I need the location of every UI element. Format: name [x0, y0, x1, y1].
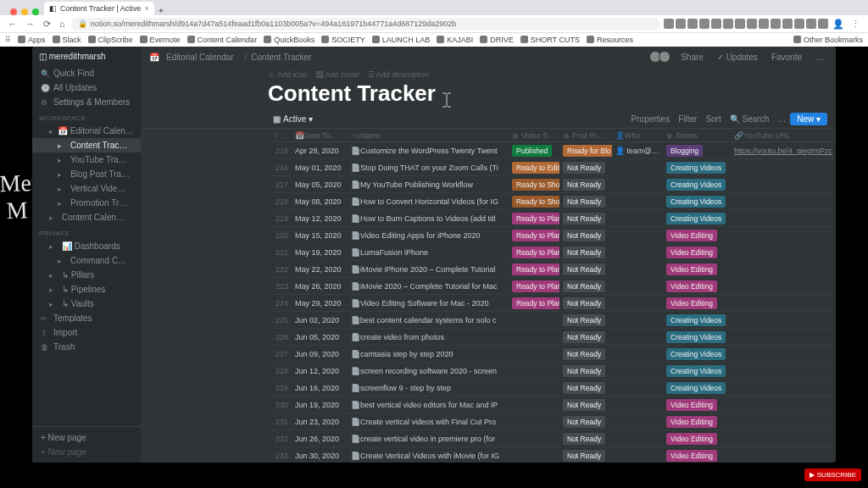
- view-tab-active[interactable]: ▦ Active ▾: [268, 112, 318, 126]
- cell[interactable]: 233: [268, 447, 292, 463]
- sidebar-trash[interactable]: 🗑Trash: [32, 340, 141, 354]
- cell[interactable]: Not Ready: [559, 244, 612, 261]
- bookmark-item[interactable]: Resources: [587, 36, 633, 44]
- table-row[interactable]: 223May 26, 2020📄iMovie 2020 – Complete T…: [268, 278, 836, 295]
- cell[interactable]: Not Ready: [559, 227, 612, 244]
- favorite-button[interactable]: Favorite: [768, 51, 805, 64]
- sidebar-quick-item[interactable]: 🔍Quick Find: [32, 66, 141, 80]
- table-row[interactable]: 220May 15, 2020📄Video Editing Apps for i…: [268, 227, 836, 244]
- column-header[interactable]: ◉Video S…: [509, 129, 559, 142]
- table-row[interactable]: 222May 22, 2020📄iMovie iPhone 2020 – Com…: [268, 261, 836, 278]
- extension-icon[interactable]: [759, 19, 769, 29]
- more-view-button[interactable]: …: [773, 113, 790, 125]
- cell[interactable]: Ready to Sho: [509, 176, 559, 193]
- cell[interactable]: [731, 193, 836, 210]
- column-header[interactable]: 📅Date To…: [292, 129, 348, 142]
- cell[interactable]: Not Ready: [559, 278, 612, 295]
- cell[interactable]: 222: [268, 261, 292, 278]
- extension-icon[interactable]: [687, 19, 698, 29]
- cell[interactable]: May 29, 2020: [292, 295, 348, 312]
- cell[interactable]: 📄Stop Doing THAT on your Zoom Calls (Ti: [348, 159, 509, 176]
- table-row[interactable]: 227Jun 09, 2020📄camtasia step by step 20…: [268, 346, 836, 363]
- cell[interactable]: Apr 28, 2020: [292, 142, 348, 159]
- table-row[interactable]: 224May 29, 2020📄Video Editing Software f…: [268, 295, 836, 312]
- cell[interactable]: 📄How to Burn Captions to Videos (add tit…: [348, 210, 509, 227]
- bookmark-item[interactable]: QuickBooks: [264, 36, 314, 44]
- sidebar-page-item[interactable]: ▸Promotion Tr…: [32, 196, 141, 210]
- cell[interactable]: [731, 244, 836, 261]
- extension-icon[interactable]: [747, 19, 757, 29]
- cell[interactable]: Jun 23, 2020: [292, 413, 348, 430]
- minimize-window-icon[interactable]: [21, 8, 28, 15]
- cell[interactable]: Not Ready: [559, 396, 612, 413]
- cell[interactable]: [509, 380, 559, 396]
- updates-button[interactable]: ✓ Updates: [714, 51, 761, 64]
- cell[interactable]: 219: [268, 210, 292, 227]
- cell[interactable]: 📄How to Convert Horizontal Videos (for I…: [348, 193, 509, 210]
- add-cover-button[interactable]: 🖼 Add cover: [315, 70, 359, 79]
- table-row[interactable]: 228Jun 12, 2020📄screen recording softwar…: [268, 363, 836, 380]
- cell[interactable]: [509, 346, 559, 363]
- cell[interactable]: 📄Video Editing Apps for iPhone 2020: [348, 227, 509, 244]
- cell[interactable]: [731, 176, 836, 193]
- cell[interactable]: 231: [268, 413, 292, 430]
- cell[interactable]: [612, 413, 663, 430]
- cell[interactable]: 232: [268, 430, 292, 447]
- column-header[interactable]: #Topic #: [268, 129, 292, 142]
- cell[interactable]: 📄camtasia step by step 2020: [348, 346, 509, 363]
- cell[interactable]: Not Ready: [559, 413, 612, 430]
- cell[interactable]: Video Editing: [663, 261, 731, 278]
- extension-icon[interactable]: [794, 19, 804, 29]
- cell[interactable]: [612, 447, 663, 463]
- window-controls[interactable]: [5, 8, 44, 15]
- cell[interactable]: 227: [268, 346, 292, 363]
- cell[interactable]: [509, 312, 559, 329]
- bookmark-item[interactable]: Apps: [18, 36, 46, 44]
- cell[interactable]: Not Ready: [559, 193, 612, 210]
- close-window-icon[interactable]: [10, 8, 17, 15]
- forward-button[interactable]: →: [23, 19, 37, 29]
- extension-icon[interactable]: [676, 19, 686, 29]
- cell[interactable]: Jun 12, 2020: [292, 363, 348, 380]
- cell[interactable]: Not Ready: [559, 261, 612, 278]
- bookmark-item[interactable]: ClipScribe: [88, 36, 133, 44]
- cell[interactable]: [731, 295, 836, 312]
- cell[interactable]: Ready to Plan: [509, 278, 559, 295]
- cell[interactable]: 221: [268, 244, 292, 261]
- cell[interactable]: 📄Create vertical videos with Final Cut P…: [348, 413, 509, 430]
- extension-icon[interactable]: [664, 19, 674, 29]
- bookmark-item[interactable]: LAUNCH LAB: [372, 36, 431, 44]
- cell[interactable]: [731, 210, 836, 227]
- table-row[interactable]: 229Jun 16, 2020📄screenflow 9 - step by s…: [268, 380, 836, 396]
- sidebar-quick-item[interactable]: 🕒All Updates: [32, 80, 141, 95]
- cell[interactable]: [612, 193, 663, 210]
- cell[interactable]: Ready to Plan: [509, 227, 559, 244]
- sidebar-import[interactable]: ⇪Import: [32, 325, 141, 340]
- cell[interactable]: 225: [268, 312, 292, 329]
- cell[interactable]: [731, 227, 836, 244]
- cell[interactable]: [509, 363, 559, 380]
- page-title[interactable]: Content Tracker: [141, 80, 836, 110]
- cell[interactable]: https://youtu.be/4_gjegImPzc: [731, 142, 836, 159]
- cell[interactable]: Not Ready: [559, 295, 612, 312]
- cell[interactable]: [612, 278, 663, 295]
- cell[interactable]: Ready to Edit: [509, 159, 559, 176]
- extension-icon[interactable]: [711, 19, 721, 29]
- cell[interactable]: [731, 380, 836, 396]
- maximize-window-icon[interactable]: [32, 8, 39, 15]
- cell[interactable]: [612, 380, 663, 396]
- cell[interactable]: [612, 227, 663, 244]
- cell[interactable]: 📄Video Editing Software for Mac - 2020: [348, 295, 509, 312]
- cell[interactable]: Blogging: [663, 142, 731, 159]
- cell[interactable]: 📄create vertical video in premiere pro (…: [348, 430, 509, 447]
- cell[interactable]: [509, 447, 559, 463]
- cell[interactable]: Video Editing: [663, 447, 731, 463]
- cell[interactable]: [509, 413, 559, 430]
- cell[interactable]: 👤 team@vid: [612, 142, 663, 159]
- new-page-button[interactable]: + New page: [32, 430, 141, 445]
- table-row[interactable]: 216May 01, 2020📄Stop Doing THAT on your …: [268, 159, 836, 176]
- cell[interactable]: 216: [268, 159, 292, 176]
- cell[interactable]: [509, 396, 559, 413]
- sidebar-page-item[interactable]: ▸📅 Editorial Calen…: [32, 124, 141, 138]
- cell[interactable]: [612, 346, 663, 363]
